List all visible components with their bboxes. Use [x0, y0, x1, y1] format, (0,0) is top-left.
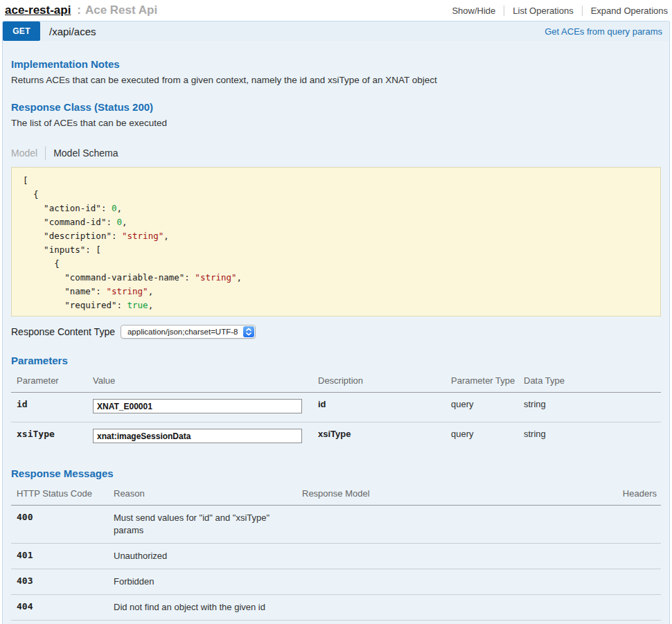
tab-model[interactable]: Model [11, 148, 37, 159]
parameter-row: xsiType xsiType query string [11, 422, 661, 452]
code-line: "required": true, [23, 298, 649, 312]
header-link-separator [504, 6, 504, 16]
column-header-headers: Headers [565, 484, 661, 506]
status-code: 400 [11, 506, 108, 544]
code-line: "action-id": 0, [23, 202, 649, 215]
parameters-heading: Parameters [11, 355, 661, 366]
header-links: Show/HideList OperationsExpand Operation… [452, 6, 668, 16]
code-line: "inputs": [ [23, 243, 649, 257]
response-headers-value [565, 544, 661, 569]
status-code: 404 [11, 595, 108, 621]
response-model-value [297, 595, 565, 621]
response-message-row: 500 Unexpected error [11, 621, 661, 624]
reason-text: Unexpected error [108, 621, 297, 624]
response-model-value [297, 569, 565, 595]
page-title: ace-rest-api : Ace Rest Api [5, 3, 157, 17]
parameter-value-input-xsitype[interactable] [93, 429, 302, 443]
response-content-type-label: Response Content Type [11, 326, 115, 337]
status-code: 403 [11, 569, 108, 595]
response-message-row: 404 Did not find an object with the give… [11, 595, 661, 621]
reason-text: Unauthorized [108, 544, 297, 569]
header-link-list-operations[interactable]: List Operations [513, 6, 573, 16]
parameter-description: xsiType [312, 422, 445, 452]
response-messages-table: HTTP Status CodeReasonResponse ModelHead… [11, 484, 661, 624]
implementation-notes-heading: Implementation Notes [11, 58, 661, 70]
status-code: 401 [11, 544, 108, 569]
response-headers-value [565, 595, 661, 621]
http-method-badge[interactable]: GET [3, 21, 40, 41]
parameters-table-header: ParameterValueDescriptionParameter TypeD… [11, 371, 661, 393]
response-headers-value [565, 506, 661, 544]
parameter-type: query [445, 393, 518, 422]
response-class-heading: Response Class (Status 200) [11, 101, 661, 113]
response-model-value [297, 544, 565, 569]
reason-text: Did not find an object with the given id [108, 595, 297, 621]
code-line: { [23, 257, 649, 271]
reason-text: Forbidden [108, 569, 297, 595]
parameters-table: ParameterValueDescriptionParameter TypeD… [11, 371, 661, 452]
parameter-row: id id query string [11, 393, 661, 422]
tab-separator [45, 146, 46, 160]
title-separator: : [77, 3, 81, 17]
code-line: "command-id": 0, [23, 215, 649, 229]
response-content-type-row: Response Content Type application/json;c… [11, 325, 661, 339]
parameter-data-type: string [518, 422, 661, 452]
header-link-show-hide[interactable]: Show/Hide [452, 6, 495, 16]
response-content-type-select[interactable]: application/json;charset=UTF-8 [121, 325, 256, 339]
response-message-row: 403 Forbidden [11, 569, 661, 595]
column-header-description: Description [312, 371, 445, 393]
code-line: "name": "string", [23, 285, 649, 298]
parameter-name: id [11, 393, 87, 422]
code-line: { [23, 188, 649, 202]
select-arrows-icon [243, 326, 254, 337]
response-message-row: 401 Unauthorized [11, 544, 661, 569]
model-tabs: ModelModel Schema [11, 146, 661, 160]
parameter-value-input-id[interactable] [93, 399, 302, 413]
response-messages-table-header: HTTP Status CodeReasonResponse ModelHead… [11, 484, 661, 506]
response-headers-value [565, 569, 661, 595]
code-line: "command-variable-name": "string", [23, 271, 649, 285]
header-link-expand-operations[interactable]: Expand Operations [591, 6, 668, 16]
column-header-response-model: Response Model [297, 484, 565, 506]
column-header-parameter: Parameter [11, 371, 87, 393]
tab-model-schema[interactable]: Model Schema [53, 148, 118, 159]
model-schema-snippet[interactable]: [ { "action-id": 0, "command-id": 0, "de… [11, 167, 661, 317]
status-code: 500 [11, 621, 108, 624]
parameter-description: id [312, 393, 445, 422]
selected-content-type: application/json;charset=UTF-8 [127, 328, 238, 336]
operation-panel: GET /xapi/aces Get ACEs from query param… [2, 21, 670, 624]
column-header-data-type: Data Type [518, 371, 661, 393]
operation-summary-link[interactable]: Get ACEs from query params [545, 26, 662, 37]
header-link-separator [582, 6, 583, 16]
column-header-value: Value [87, 371, 312, 393]
operation-content: Implementation Notes Returns ACEs that c… [3, 41, 669, 624]
response-message-row: 400 Must send values for "id" and "xsiTy… [11, 506, 661, 544]
column-header-parameter-type: Parameter Type [445, 371, 518, 393]
parameter-type: query [445, 422, 518, 452]
column-header-reason: Reason [108, 484, 297, 506]
response-messages-heading: Response Messages [11, 467, 661, 479]
response-model-value [297, 621, 565, 624]
code-line: "description": "string", [23, 229, 649, 243]
reason-text: Must send values for "id" and "xsiType" … [108, 506, 297, 544]
code-line: [ [23, 174, 649, 188]
endpoint-path-link[interactable]: /xapi/aces [49, 26, 96, 37]
api-header: ace-rest-api : Ace Rest Api Show/HideLis… [0, 0, 672, 21]
resource-name-link[interactable]: ace-rest-api [5, 3, 71, 17]
operation-heading: GET /xapi/aces Get ACEs from query param… [3, 21, 669, 41]
response-headers-value [565, 621, 661, 624]
parameter-data-type: string [518, 393, 661, 422]
parameter-name: xsiType [11, 422, 87, 452]
implementation-notes-text: Returns ACEs that can be executed from a… [11, 75, 661, 85]
response-model-value [297, 506, 565, 544]
resource-title: Ace Rest Api [85, 3, 157, 17]
response-class-text: The list of ACEs that can be executed [11, 118, 661, 128]
column-header-http-status-code: HTTP Status Code [11, 484, 108, 506]
